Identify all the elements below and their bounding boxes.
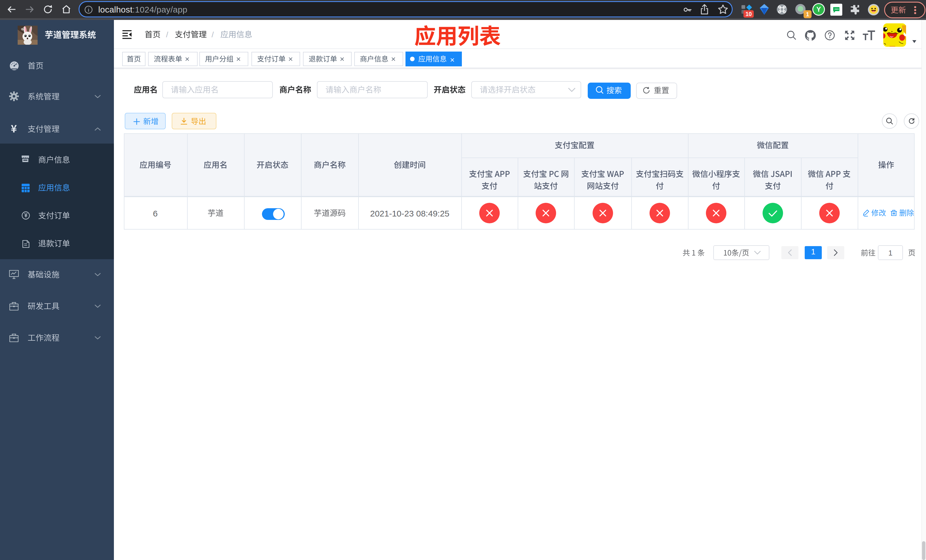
svg-text:Y: Y (816, 5, 821, 13)
